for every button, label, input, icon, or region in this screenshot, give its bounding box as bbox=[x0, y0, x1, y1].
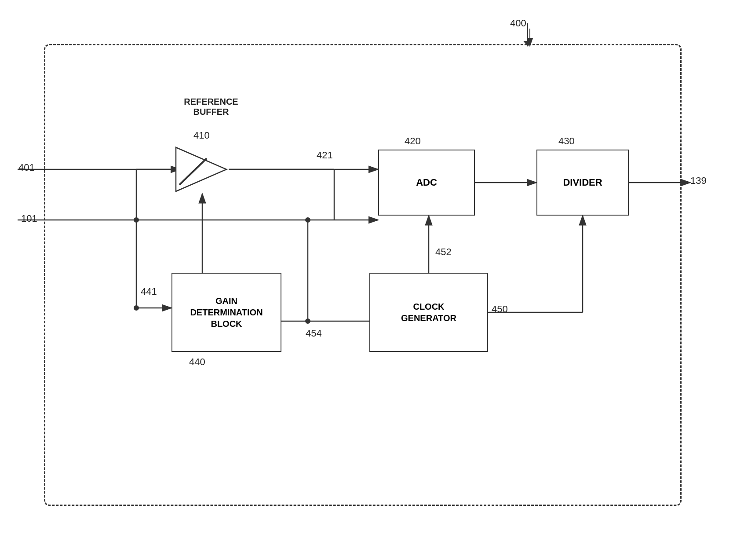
svg-marker-28 bbox=[176, 147, 226, 191]
reference-buffer-symbol bbox=[171, 145, 231, 195]
adc-block: ADC bbox=[378, 150, 475, 216]
label-101: 101 bbox=[21, 213, 37, 224]
main-dashed-box bbox=[44, 44, 682, 506]
label-401: 401 bbox=[18, 162, 35, 173]
diagram-container: REFERENCE BUFFER ADC DIVIDER GAIN DETERM… bbox=[0, 0, 755, 560]
label-452: 452 bbox=[435, 246, 452, 258]
label-440: 440 bbox=[189, 356, 205, 368]
label-410: 410 bbox=[193, 130, 210, 141]
label-430: 430 bbox=[558, 135, 575, 147]
arrow-400 bbox=[523, 26, 536, 48]
gain-determination-block: GAIN DETERMINATION BLOCK bbox=[171, 273, 281, 352]
clock-generator-block: CLOCK GENERATOR bbox=[369, 273, 488, 352]
reference-buffer-label: REFERENCE BUFFER bbox=[167, 97, 255, 117]
label-441: 441 bbox=[141, 286, 157, 297]
label-421: 421 bbox=[317, 150, 333, 161]
label-139: 139 bbox=[690, 175, 707, 187]
divider-block: DIVIDER bbox=[536, 150, 629, 216]
label-454: 454 bbox=[306, 328, 322, 339]
label-450: 450 bbox=[492, 304, 508, 315]
label-420: 420 bbox=[405, 135, 421, 147]
